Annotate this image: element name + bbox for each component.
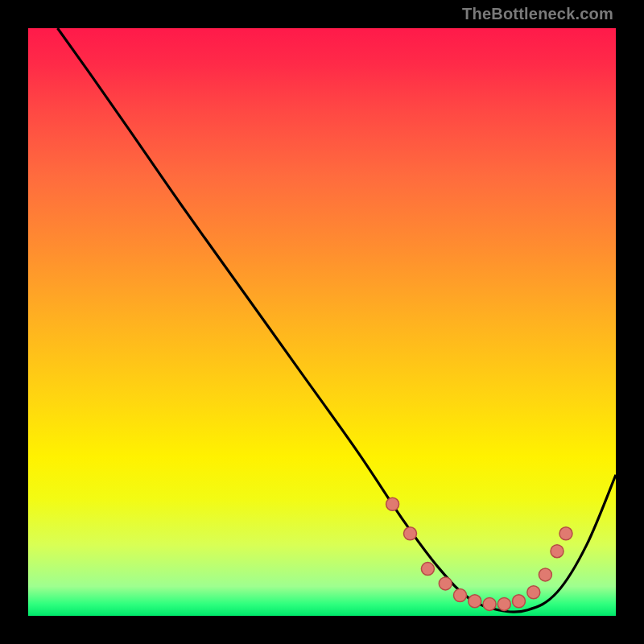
highlight-dot (404, 527, 417, 540)
highlight-dot (527, 586, 540, 599)
highlight-dot (551, 545, 564, 558)
highlight-dot (454, 589, 467, 602)
highlight-dot (421, 563, 434, 576)
highlight-dot (513, 595, 526, 608)
highlight-dot (469, 595, 481, 608)
chart-frame: TheBottleneck.com (0, 0, 644, 644)
highlight-dot (497, 597, 510, 610)
highlight-dot (559, 527, 572, 540)
highlight-dots (386, 497, 572, 610)
highlight-dot (386, 497, 399, 510)
plot-area (28, 28, 616, 616)
highlight-dot (539, 568, 551, 581)
curve-layer (28, 28, 616, 616)
watermark-text: TheBottleneck.com (462, 5, 613, 23)
bottleneck-curve (58, 28, 617, 612)
highlight-dot (439, 577, 452, 590)
highlight-dot (483, 597, 496, 610)
